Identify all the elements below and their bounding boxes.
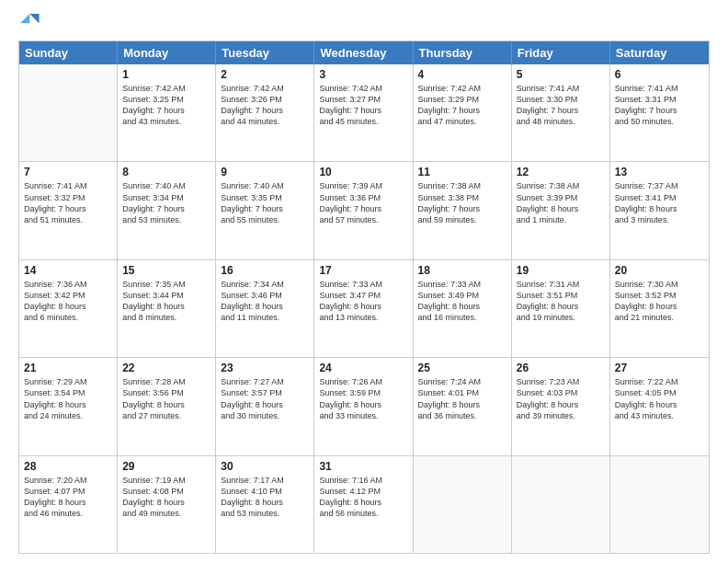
day-info: Sunrise: 7:22 AMSunset: 4:05 PMDaylight:…	[615, 376, 704, 421]
day-info: Sunrise: 7:39 AMSunset: 3:36 PMDaylight:…	[319, 180, 407, 225]
day-info: Sunrise: 7:19 AMSunset: 4:08 PMDaylight:…	[122, 475, 210, 520]
day-number: 29	[122, 460, 210, 473]
day-cell-18: 18Sunrise: 7:33 AMSunset: 3:49 PMDayligh…	[414, 260, 512, 357]
day-info: Sunrise: 7:23 AMSunset: 4:03 PMDaylight:…	[517, 376, 605, 421]
day-cell-3: 3Sunrise: 7:42 AMSunset: 3:27 PMDaylight…	[314, 64, 413, 161]
day-number: 19	[517, 264, 605, 277]
day-cell-16: 16Sunrise: 7:34 AMSunset: 3:46 PMDayligh…	[216, 260, 314, 357]
day-info: Sunrise: 7:26 AMSunset: 3:59 PMDaylight:…	[319, 376, 407, 421]
day-number: 4	[418, 68, 506, 81]
day-cell-25: 25Sunrise: 7:24 AMSunset: 4:01 PMDayligh…	[414, 358, 512, 454]
day-info: Sunrise: 7:31 AMSunset: 3:51 PMDaylight:…	[517, 279, 605, 324]
day-number: 8	[122, 166, 210, 178]
day-info: Sunrise: 7:41 AMSunset: 3:30 PMDaylight:…	[517, 83, 605, 128]
day-number: 3	[319, 68, 407, 81]
day-info: Sunrise: 7:41 AMSunset: 3:32 PMDaylight:…	[24, 180, 112, 225]
day-cell-5: 5Sunrise: 7:41 AMSunset: 3:30 PMDaylight…	[512, 64, 610, 161]
day-cell-24: 24Sunrise: 7:26 AMSunset: 3:59 PMDayligh…	[314, 358, 413, 454]
page: SundayMondayTuesdayWednesdayThursdayFrid…	[0, 0, 728, 563]
day-number: 18	[418, 264, 506, 277]
day-info: Sunrise: 7:42 AMSunset: 3:29 PMDaylight:…	[418, 83, 506, 128]
day-number: 7	[24, 166, 112, 178]
day-cell-28: 28Sunrise: 7:20 AMSunset: 4:07 PMDayligh…	[19, 456, 118, 553]
day-info: Sunrise: 7:16 AMSunset: 4:12 PMDaylight:…	[319, 475, 407, 520]
day-cell-14: 14Sunrise: 7:36 AMSunset: 3:42 PMDayligh…	[19, 260, 118, 357]
day-cell-17: 17Sunrise: 7:33 AMSunset: 3:47 PMDayligh…	[314, 260, 413, 357]
day-cell-7: 7Sunrise: 7:41 AMSunset: 3:32 PMDaylight…	[19, 162, 118, 259]
day-number: 15	[122, 264, 210, 277]
day-info: Sunrise: 7:37 AMSunset: 3:41 PMDaylight:…	[615, 180, 704, 225]
day-info: Sunrise: 7:35 AMSunset: 3:44 PMDaylight:…	[122, 279, 210, 324]
day-info: Sunrise: 7:36 AMSunset: 3:42 PMDaylight:…	[24, 279, 112, 324]
day-number: 14	[24, 264, 112, 277]
day-number: 16	[221, 264, 309, 277]
day-info: Sunrise: 7:29 AMSunset: 3:54 PMDaylight:…	[24, 376, 112, 421]
calendar-row-4: 21Sunrise: 7:29 AMSunset: 3:54 PMDayligh…	[19, 357, 709, 454]
day-number: 28	[24, 460, 112, 473]
day-cell-6: 6Sunrise: 7:41 AMSunset: 3:31 PMDaylight…	[610, 64, 709, 161]
calendar-row-2: 7Sunrise: 7:41 AMSunset: 3:32 PMDaylight…	[19, 161, 709, 259]
day-cell-26: 26Sunrise: 7:23 AMSunset: 4:03 PMDayligh…	[512, 358, 610, 454]
day-info: Sunrise: 7:41 AMSunset: 3:31 PMDaylight:…	[615, 83, 704, 128]
day-info: Sunrise: 7:42 AMSunset: 3:26 PMDaylight:…	[221, 83, 309, 128]
day-number: 5	[517, 68, 605, 81]
day-info: Sunrise: 7:40 AMSunset: 3:34 PMDaylight:…	[122, 180, 210, 225]
day-cell-22: 22Sunrise: 7:28 AMSunset: 3:56 PMDayligh…	[118, 358, 216, 454]
day-info: Sunrise: 7:24 AMSunset: 4:01 PMDaylight:…	[418, 376, 506, 421]
day-cell-12: 12Sunrise: 7:38 AMSunset: 3:39 PMDayligh…	[512, 162, 610, 259]
day-cell-8: 8Sunrise: 7:40 AMSunset: 3:34 PMDaylight…	[118, 162, 216, 259]
day-cell-30: 30Sunrise: 7:17 AMSunset: 4:10 PMDayligh…	[216, 456, 314, 553]
day-info: Sunrise: 7:42 AMSunset: 3:27 PMDaylight:…	[319, 83, 407, 128]
calendar-header: SundayMondayTuesdayWednesdayThursdayFrid…	[19, 41, 709, 64]
day-info: Sunrise: 7:33 AMSunset: 3:47 PMDaylight:…	[319, 279, 407, 324]
day-cell-9: 9Sunrise: 7:40 AMSunset: 3:35 PMDaylight…	[216, 162, 314, 259]
day-cell-20: 20Sunrise: 7:30 AMSunset: 3:52 PMDayligh…	[610, 260, 709, 357]
day-number: 9	[221, 166, 309, 178]
day-number: 12	[517, 166, 605, 178]
header-day-monday: Monday	[118, 41, 216, 64]
calendar-row-3: 14Sunrise: 7:36 AMSunset: 3:42 PMDayligh…	[19, 259, 709, 357]
day-number: 30	[221, 460, 309, 473]
day-number: 13	[615, 166, 704, 178]
day-cell-31: 31Sunrise: 7:16 AMSunset: 4:12 PMDayligh…	[314, 456, 413, 553]
day-cell-23: 23Sunrise: 7:27 AMSunset: 3:57 PMDayligh…	[216, 358, 314, 454]
empty-cell-4-5	[512, 456, 610, 553]
day-info: Sunrise: 7:38 AMSunset: 3:38 PMDaylight:…	[418, 180, 506, 225]
day-info: Sunrise: 7:42 AMSunset: 3:25 PMDaylight:…	[122, 83, 210, 128]
empty-cell-4-4	[414, 456, 512, 553]
day-info: Sunrise: 7:38 AMSunset: 3:39 PMDaylight:…	[517, 180, 605, 225]
header-day-thursday: Thursday	[414, 41, 512, 64]
svg-marker-1	[20, 14, 29, 23]
day-number: 10	[319, 166, 407, 178]
logo-icon	[20, 11, 40, 31]
logo	[18, 15, 40, 31]
empty-cell-4-6	[610, 456, 709, 553]
calendar-row-5: 28Sunrise: 7:20 AMSunset: 4:07 PMDayligh…	[19, 455, 709, 553]
header-day-friday: Friday	[512, 41, 610, 64]
day-number: 23	[221, 362, 309, 374]
day-number: 11	[418, 166, 506, 178]
day-number: 6	[615, 68, 704, 81]
day-cell-1: 1Sunrise: 7:42 AMSunset: 3:25 PMDaylight…	[118, 64, 216, 161]
day-cell-11: 11Sunrise: 7:38 AMSunset: 3:38 PMDayligh…	[414, 162, 512, 259]
day-cell-19: 19Sunrise: 7:31 AMSunset: 3:51 PMDayligh…	[512, 260, 610, 357]
day-cell-21: 21Sunrise: 7:29 AMSunset: 3:54 PMDayligh…	[19, 358, 118, 454]
day-number: 22	[122, 362, 210, 374]
header-day-sunday: Sunday	[19, 41, 118, 64]
day-cell-4: 4Sunrise: 7:42 AMSunset: 3:29 PMDaylight…	[414, 64, 512, 161]
day-info: Sunrise: 7:30 AMSunset: 3:52 PMDaylight:…	[615, 279, 704, 324]
svg-marker-0	[29, 14, 39, 23]
day-cell-10: 10Sunrise: 7:39 AMSunset: 3:36 PMDayligh…	[314, 162, 413, 259]
header	[18, 15, 710, 31]
day-number: 31	[319, 460, 407, 473]
day-info: Sunrise: 7:33 AMSunset: 3:49 PMDaylight:…	[418, 279, 506, 324]
day-number: 24	[319, 362, 407, 374]
calendar: SundayMondayTuesdayWednesdayThursdayFrid…	[18, 40, 710, 554]
day-info: Sunrise: 7:40 AMSunset: 3:35 PMDaylight:…	[221, 180, 309, 225]
header-day-wednesday: Wednesday	[314, 41, 413, 64]
day-cell-15: 15Sunrise: 7:35 AMSunset: 3:44 PMDayligh…	[118, 260, 216, 357]
day-number: 26	[517, 362, 605, 374]
day-number: 20	[615, 264, 704, 277]
day-cell-27: 27Sunrise: 7:22 AMSunset: 4:05 PMDayligh…	[610, 358, 709, 454]
day-info: Sunrise: 7:28 AMSunset: 3:56 PMDaylight:…	[122, 376, 210, 421]
